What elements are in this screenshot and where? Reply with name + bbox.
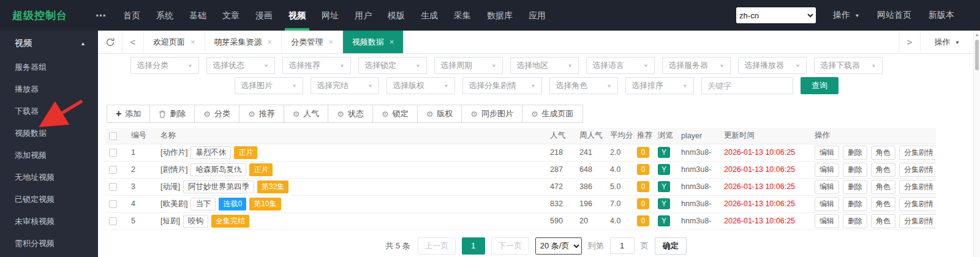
topbar-menu-item-url[interactable]: 网址: [314, 0, 347, 31]
action-role-button[interactable]: 角色: [871, 146, 895, 160]
page-size-select[interactable]: 20 条/页: [535, 237, 582, 255]
tab-actions-menu[interactable]: 操作 ▼: [920, 31, 974, 53]
action-episode-plot-button[interactable]: 分集剧情: [899, 197, 936, 211]
row-checkbox[interactable]: [109, 149, 117, 157]
confirm-button[interactable]: 确定: [655, 237, 687, 255]
filter-select-player[interactable]: 选择播放器▼: [738, 57, 807, 74]
filter-select-image[interactable]: 选择图片▼: [235, 77, 303, 94]
tab-video-data[interactable]: 视频数据 ×: [343, 31, 404, 53]
filter-select-server[interactable]: 选择服务器▼: [662, 57, 731, 74]
filter-select-finished[interactable]: 选择完结▼: [311, 77, 379, 94]
toolbar-add-button[interactable]: +添加: [107, 105, 150, 123]
action-edit-button[interactable]: 编辑: [815, 197, 839, 211]
sidebar-item-episode-plot[interactable]: 有分集剧情: [0, 255, 98, 257]
browse-badge[interactable]: Y: [658, 198, 670, 209]
refresh-button[interactable]: [98, 31, 123, 53]
action-edit-button[interactable]: 编辑: [815, 214, 839, 228]
sidebar-item-video-data[interactable]: 视频数据: [0, 122, 98, 144]
filter-select-episode-plot[interactable]: 选择分集剧情▼: [462, 77, 542, 94]
toolbar-category-button[interactable]: ⚙分类: [194, 105, 239, 123]
tab-category-management[interactable]: 分类管理 ×: [282, 31, 343, 53]
sidebar-item-player[interactable]: 播放器: [0, 78, 98, 100]
goto-page-input[interactable]: [610, 237, 635, 254]
toolbar-lock-button[interactable]: ⚙锁定: [372, 105, 418, 123]
close-icon[interactable]: ×: [328, 37, 333, 47]
row-checkbox[interactable]: [109, 166, 117, 174]
search-button[interactable]: 查询: [801, 77, 839, 94]
toolbar-recommend-button[interactable]: ⚙推荐: [239, 105, 284, 123]
action-role-button[interactable]: 角色: [871, 197, 895, 211]
topbar-action-menu[interactable]: 操作 ▼: [833, 10, 860, 21]
topbar-menu-item-home[interactable]: 首页: [115, 0, 148, 31]
filter-select-downloader[interactable]: 选择下载器▼: [814, 57, 883, 74]
topbar-menu-item-comic[interactable]: 漫画: [247, 0, 281, 31]
row-checkbox[interactable]: [109, 217, 117, 225]
filter-select-language[interactable]: 选择语言▼: [586, 57, 655, 74]
filter-select-recommend[interactable]: 选择推荐▼: [282, 57, 351, 74]
topbar-menu-item-template[interactable]: 模版: [380, 0, 413, 31]
action-role-button[interactable]: 角色: [871, 180, 895, 194]
close-icon[interactable]: ×: [190, 37, 195, 47]
recommend-badge[interactable]: 0: [637, 164, 649, 175]
browse-badge[interactable]: Y: [658, 215, 670, 226]
recommend-badge[interactable]: 0: [637, 147, 649, 158]
filter-select-lock[interactable]: 选择锁定▼: [358, 57, 427, 74]
scrollbar-up-arrow-icon[interactable]: ▲: [974, 31, 980, 39]
toolbar-generate-pages-button[interactable]: ⚙生成页面: [522, 105, 583, 123]
action-episode-plot-button[interactable]: 分集剧情: [899, 180, 936, 194]
row-checkbox[interactable]: [109, 200, 117, 208]
action-edit-button[interactable]: 编辑: [815, 163, 839, 177]
action-episode-plot-button[interactable]: 分集剧情: [899, 163, 936, 177]
filter-select-status[interactable]: 选择状态▼: [206, 57, 275, 74]
sidebar-item-no-address-video[interactable]: 无地址视频: [0, 166, 98, 188]
browse-badge[interactable]: Y: [658, 147, 670, 158]
select-all-checkbox[interactable]: [109, 132, 117, 140]
filter-select-role[interactable]: 选择角色▼: [549, 77, 618, 94]
filter-select-period[interactable]: 选择周期▼: [434, 57, 503, 74]
topbar-menu-item-collect[interactable]: 采集: [446, 0, 479, 31]
action-delete-button[interactable]: 删除: [843, 180, 867, 194]
site-home-link[interactable]: 网站首页: [877, 10, 911, 21]
topbar-menu-item-generate[interactable]: 生成: [413, 0, 446, 31]
sidebar-item-downloader[interactable]: 下载器: [0, 100, 98, 122]
toolbar-status-button[interactable]: ⚙状态: [328, 105, 373, 123]
recommend-badge[interactable]: 0: [637, 215, 649, 226]
topbar-menu-item-apps[interactable]: 应用: [521, 0, 554, 31]
keyword-input[interactable]: [701, 77, 793, 94]
topbar-menu-item-database[interactable]: 数据库: [479, 0, 521, 31]
sidebar-item-server-group[interactable]: 服务器组: [0, 56, 98, 78]
topbar-menu-item-basic[interactable]: 基础: [181, 0, 214, 31]
sidebar-item-locked-video[interactable]: 已锁定视频: [0, 188, 98, 210]
tab-collect-source[interactable]: 萌芽采集资源 ×: [205, 31, 282, 53]
scrollbar-thumb[interactable]: [975, 40, 979, 70]
close-icon[interactable]: ×: [268, 37, 273, 47]
topbar-menu-item-user[interactable]: 用户: [347, 0, 380, 31]
topbar-menu-item-article[interactable]: 文章: [214, 0, 247, 31]
sidebar-item-unreviewed-video[interactable]: 未审核视频: [0, 210, 98, 233]
toolbar-copyright-button[interactable]: ⚙版权: [417, 105, 462, 123]
action-delete-button[interactable]: 删除: [843, 214, 867, 228]
action-episode-plot-button[interactable]: 分集剧情: [899, 146, 936, 160]
vertical-scrollbar[interactable]: ▲: [973, 31, 980, 257]
recommend-badge[interactable]: 0: [637, 181, 649, 192]
filter-select-region[interactable]: 选择地区▼: [510, 57, 579, 74]
action-episode-plot-button[interactable]: 分集剧情: [899, 214, 936, 228]
toolbar-popularity-button[interactable]: ⚙人气: [284, 105, 329, 123]
tab-welcome[interactable]: 欢迎页面 ×: [144, 31, 205, 53]
toolbar-delete-button[interactable]: 删除: [149, 105, 195, 123]
filter-select-sort[interactable]: 选择排序▼: [625, 77, 694, 94]
prev-page-button[interactable]: 上一页: [418, 237, 456, 255]
filter-select-category[interactable]: 选择分类▼: [130, 57, 199, 74]
row-checkbox[interactable]: [109, 183, 117, 191]
action-delete-button[interactable]: 删除: [843, 197, 867, 211]
action-edit-button[interactable]: 编辑: [815, 146, 839, 160]
filter-select-copyright[interactable]: 选择版权▼: [386, 77, 455, 94]
action-delete-button[interactable]: 删除: [843, 163, 867, 177]
browse-badge[interactable]: Y: [658, 164, 670, 175]
sidebar-group-video[interactable]: 视频 ▲: [0, 31, 98, 56]
new-version-link[interactable]: 新版本: [929, 10, 954, 21]
action-edit-button[interactable]: 编辑: [815, 180, 839, 194]
topbar-menu-item-system[interactable]: 系统: [148, 0, 181, 31]
toolbar-sync-images-button[interactable]: ⚙同步图片: [461, 105, 522, 123]
browse-badge[interactable]: Y: [658, 181, 670, 192]
